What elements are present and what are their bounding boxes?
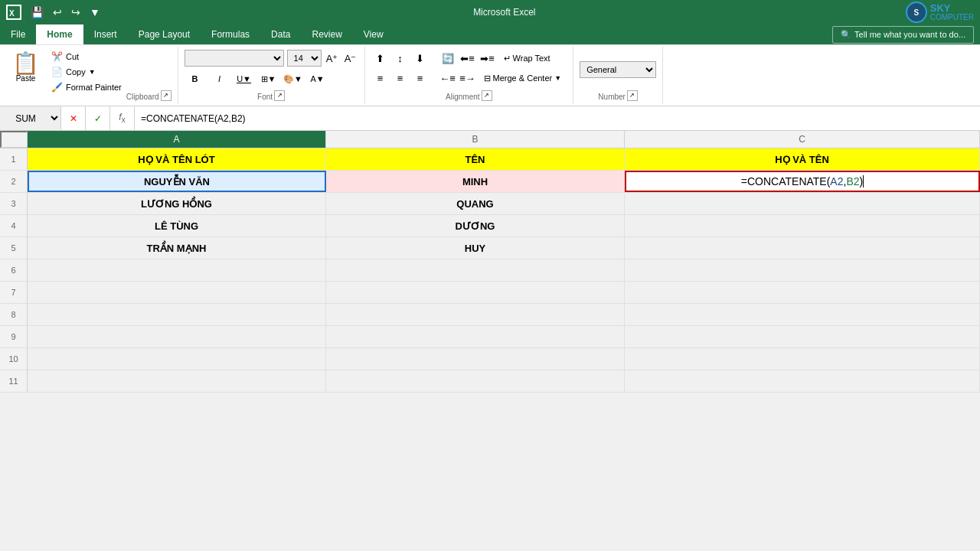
cell-b7[interactable] xyxy=(326,282,625,303)
align-right-button[interactable]: ≡ xyxy=(411,70,430,86)
row-number[interactable]: 6 xyxy=(0,259,28,281)
customize-quick-access[interactable]: ▼ xyxy=(87,5,103,20)
cell-c9[interactable] xyxy=(625,326,980,347)
alignment-expand-button[interactable]: ↗ xyxy=(482,90,492,101)
cell-b5[interactable]: HUY xyxy=(326,237,625,259)
wrap-text-button[interactable]: ↵ Wrap Text xyxy=(498,50,556,67)
italic-button[interactable]: I xyxy=(209,70,230,88)
row-number[interactable]: 9 xyxy=(0,326,28,347)
number-format-select[interactable]: General xyxy=(580,61,656,78)
align-top-button[interactable]: ⬆ xyxy=(371,50,390,67)
align-left-button[interactable]: ≡ xyxy=(371,70,390,86)
undo-button[interactable]: ↩ xyxy=(50,5,65,20)
cell-b6[interactable] xyxy=(326,259,625,281)
indent-increase-button[interactable]: ➡≡ xyxy=(479,50,497,67)
name-box[interactable]: SUM xyxy=(0,106,61,130)
row-number[interactable]: 8 xyxy=(0,304,28,325)
insert-function-button[interactable]: fx xyxy=(110,106,135,130)
redo-button[interactable]: ↪ xyxy=(68,5,83,20)
select-all-button[interactable] xyxy=(0,131,28,148)
cell-c10[interactable] xyxy=(625,348,980,370)
cell-c7[interactable] xyxy=(625,282,980,303)
cell-c4[interactable] xyxy=(625,215,980,236)
cell-a7[interactable] xyxy=(28,282,326,303)
cell-c3[interactable] xyxy=(625,193,980,214)
font-family-select[interactable] xyxy=(185,50,284,67)
tab-review[interactable]: Review xyxy=(301,24,352,44)
copy-dropdown-icon[interactable]: ▼ xyxy=(89,68,96,76)
align-middle-button[interactable]: ↕ xyxy=(391,50,410,67)
clipboard-expand-button[interactable]: ↗ xyxy=(161,90,172,101)
cell-c1[interactable]: HỌ VÀ TÊN xyxy=(625,148,980,170)
tab-data[interactable]: Data xyxy=(260,24,301,44)
cell-b4[interactable]: DƯƠNG xyxy=(326,215,625,236)
font-size-select[interactable]: 14 xyxy=(287,50,322,67)
cell-a2[interactable]: NGUYỄN VĂN xyxy=(28,171,326,192)
row-number[interactable]: 3 xyxy=(0,193,28,214)
indent-decrease-button[interactable]: ⬅≡ xyxy=(459,50,477,67)
cell-a9[interactable] xyxy=(28,326,326,347)
tab-home[interactable]: Home xyxy=(36,24,83,44)
row-number[interactable]: 11 xyxy=(0,370,28,392)
bold-button[interactable]: B xyxy=(185,70,206,88)
cell-a11[interactable] xyxy=(28,370,326,392)
cell-a10[interactable] xyxy=(28,348,326,370)
col-header-c[interactable]: C xyxy=(625,131,980,148)
cell-b1[interactable]: TÊN xyxy=(326,148,625,170)
underline-button[interactable]: U ▼ xyxy=(234,70,255,88)
tab-page-layout[interactable]: Page Layout xyxy=(128,24,201,44)
cell-a8[interactable] xyxy=(28,304,326,325)
rtl-button[interactable]: ←≡ xyxy=(439,70,457,86)
cell-c8[interactable] xyxy=(625,304,980,325)
tab-formulas[interactable]: Formulas xyxy=(201,24,260,44)
align-bottom-button[interactable]: ⬇ xyxy=(411,50,430,67)
cell-c6[interactable] xyxy=(625,259,980,281)
cell-c11[interactable] xyxy=(625,370,980,392)
number-expand-button[interactable]: ↗ xyxy=(627,90,638,101)
row-number[interactable]: 7 xyxy=(0,282,28,303)
increase-font-button[interactable]: A⁺ xyxy=(325,50,340,67)
format-painter-button[interactable]: 🖌️ Format Painter xyxy=(47,80,126,94)
tell-me-button[interactable]: 🔍 Tell me what you want to do... xyxy=(832,26,974,44)
ltr-button[interactable]: ≡→ xyxy=(459,70,477,86)
tab-insert[interactable]: Insert xyxy=(83,24,128,44)
cell-c2[interactable]: =CONCATENATE(A2,B2) xyxy=(625,171,980,192)
save-button[interactable]: 💾 xyxy=(28,5,47,20)
cell-b3[interactable]: QUANG xyxy=(326,193,625,214)
row-number[interactable]: 10 xyxy=(0,348,28,370)
merge-dropdown-icon[interactable]: ▼ xyxy=(554,74,561,82)
row-number[interactable]: 4 xyxy=(0,215,28,236)
cell-a1[interactable]: HỌ VÀ TÊN LÓT xyxy=(28,148,326,170)
col-header-b[interactable]: B xyxy=(326,131,625,148)
col-header-a[interactable]: A xyxy=(28,131,326,148)
merge-center-button[interactable]: ⊟ Merge & Center ▼ xyxy=(479,70,567,86)
paste-button[interactable]: 📋 Paste xyxy=(6,50,45,86)
cancel-formula-button[interactable]: ✕ xyxy=(61,106,86,130)
cell-b10[interactable] xyxy=(326,348,625,370)
row-number[interactable]: 2 xyxy=(0,171,28,192)
row-number[interactable]: 1 xyxy=(0,148,28,170)
copy-button[interactable]: 📄 Copy ▼ xyxy=(47,65,126,79)
cell-a3[interactable]: LƯƠNG HỒNG xyxy=(28,193,326,214)
tab-view[interactable]: View xyxy=(353,24,394,44)
cut-button[interactable]: ✂️ Cut xyxy=(47,50,126,64)
fill-color-button[interactable]: 🎨▼ xyxy=(283,70,304,88)
cell-b11[interactable] xyxy=(326,370,625,392)
border-button[interactable]: ⊞▼ xyxy=(258,70,279,88)
row-number[interactable]: 5 xyxy=(0,237,28,259)
cell-c5[interactable] xyxy=(625,237,980,259)
decrease-font-button[interactable]: A⁻ xyxy=(343,50,358,67)
cell-b9[interactable] xyxy=(326,326,625,347)
cell-b8[interactable] xyxy=(326,304,625,325)
font-color-button[interactable]: A▼ xyxy=(307,70,328,88)
cell-b2[interactable]: MINH xyxy=(326,171,625,192)
cell-a5[interactable]: TRẦN MẠNH xyxy=(28,237,326,259)
align-center-button[interactable]: ≡ xyxy=(391,70,410,86)
text-direction-button[interactable]: 🔄 xyxy=(439,50,457,67)
confirm-formula-button[interactable]: ✓ xyxy=(86,106,110,130)
font-expand-button[interactable]: ↗ xyxy=(274,90,285,101)
cell-a4[interactable]: LÊ TÙNG xyxy=(28,215,326,236)
tab-file[interactable]: File xyxy=(0,24,36,44)
cell-a6[interactable] xyxy=(28,259,326,281)
formula-input[interactable] xyxy=(135,106,980,130)
